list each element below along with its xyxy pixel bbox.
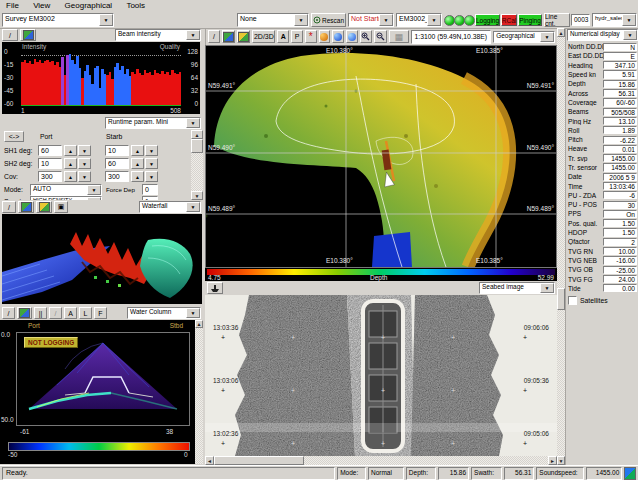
zoom-out-button[interactable]: [374, 30, 387, 43]
chevron-down-icon[interactable]: ▼: [379, 14, 393, 26]
waterfall-view-select[interactable]: Waterfall ▼: [139, 201, 201, 213]
chevron-down-icon[interactable]: ▼: [623, 30, 637, 40]
sounder-select[interactable]: EM3002_134 ▼: [396, 13, 442, 27]
snapshot-button[interactable]: [222, 30, 235, 43]
cov-starb-field[interactable]: 300: [105, 171, 129, 182]
spin-down-icon[interactable]: ▼: [78, 145, 91, 156]
chevron-down-icon[interactable]: ▼: [186, 202, 200, 212]
seabed-h-scrollbar[interactable]: ◄ ►: [205, 456, 557, 465]
rcal-indicator[interactable]: RCal: [501, 14, 517, 26]
spin-up-icon[interactable]: ▲: [64, 171, 77, 182]
beam-intensity-view-select[interactable]: Beam intensity ▼: [115, 29, 201, 41]
edit-button[interactable]: /: [2, 29, 18, 41]
logging-indicator[interactable]: Logging: [475, 14, 500, 26]
sh1-starb-field[interactable]: 10: [105, 145, 129, 156]
center-vessel-button[interactable]: *: [305, 30, 317, 43]
menu-view[interactable]: View: [27, 0, 56, 11]
seabed-image-view[interactable]: 13:03:36 13:03:06 13:02:36 09:06:06 09:0…: [205, 295, 557, 456]
main-v-scrollbar[interactable]: ▲ ▼: [557, 28, 565, 465]
scrollbar-thumb[interactable]: [557, 288, 565, 310]
line-number-field[interactable]: 0003: [571, 14, 590, 26]
edit-button[interactable]: /: [208, 30, 220, 43]
palette-button[interactable]: [237, 30, 250, 43]
spin-up-icon[interactable]: ▲: [131, 145, 144, 156]
line-count-button[interactable]: Line cnt.: [544, 13, 570, 27]
force-depth-field[interactable]: 0: [142, 184, 158, 195]
scroll-up-icon[interactable]: ▲: [195, 320, 203, 328]
water-column-scrollbar[interactable]: ▲: [195, 320, 203, 464]
spin-up-icon[interactable]: ▲: [131, 171, 144, 182]
chevron-down-icon[interactable]: ▼: [186, 118, 200, 128]
rescan-button[interactable]: Rescan: [311, 13, 346, 27]
spin-down-icon[interactable]: ▼: [78, 158, 91, 169]
water-column-view[interactable]: Port Stbd 0.0 50.0 NOT LOGGING: [0, 320, 195, 464]
scroll-down-icon[interactable]: ▼: [191, 191, 203, 200]
spin-up-icon[interactable]: ▲: [64, 158, 77, 169]
scrollbar-thumb[interactable]: [214, 456, 304, 465]
runtime-view-select[interactable]: Runtime param. Mini ▼: [105, 117, 201, 129]
cov-port-field[interactable]: 300: [38, 171, 62, 182]
chevron-down-icon[interactable]: ▼: [87, 185, 101, 195]
pause-button[interactable]: ||: [34, 307, 47, 319]
satellites-checkbox[interactable]: [568, 296, 577, 305]
sh2-starb-field[interactable]: 60: [105, 158, 129, 169]
chevron-down-icon[interactable]: ▼: [294, 14, 308, 26]
snapshot-button[interactable]: [17, 307, 32, 319]
chevron-down-icon[interactable]: ▼: [427, 14, 441, 26]
spin-down-icon[interactable]: ▼: [145, 158, 158, 169]
chevron-down-icon[interactable]: ▼: [622, 14, 636, 26]
water-column-view-select[interactable]: Water Column ▼: [127, 307, 201, 319]
survey-select[interactable]: Survey EM3002 ▼: [2, 13, 114, 27]
chevron-down-icon[interactable]: ▼: [540, 283, 554, 293]
scrollbar-thumb[interactable]: [191, 139, 203, 153]
spin-up-icon[interactable]: ▲: [64, 145, 77, 156]
chevron-down-icon[interactable]: ▼: [99, 14, 113, 26]
status-led-3[interactable]: [464, 15, 475, 26]
annotation-button[interactable]: A: [277, 30, 289, 43]
world-button[interactable]: [319, 30, 331, 43]
scroll-up-icon[interactable]: ▲: [191, 130, 203, 139]
replay-button[interactable]: [207, 282, 223, 294]
2d3d-toggle-button[interactable]: 2D/3D: [252, 30, 275, 43]
scroll-left-icon[interactable]: ◄: [205, 456, 214, 465]
globe-button[interactable]: [332, 30, 344, 43]
expand-button[interactable]: ▣: [54, 201, 68, 213]
survey-name-select[interactable]: hydr_sales_3002 ▼: [592, 13, 637, 27]
chevron-down-icon[interactable]: ▼: [186, 308, 200, 318]
spin-up-icon[interactable]: ▲: [131, 158, 144, 169]
scroll-right-icon[interactable]: ►: [548, 456, 557, 465]
edit-button[interactable]: /: [2, 307, 15, 319]
edit-button[interactable]: /: [2, 201, 16, 213]
help-globe-button[interactable]: [346, 30, 358, 43]
map-view[interactable]: E10.380° E10.385° E10.380° E10.385° N59.…: [205, 45, 557, 268]
zoom-in-button[interactable]: [360, 30, 373, 43]
chevron-down-icon[interactable]: ▼: [540, 32, 554, 42]
snapshot-button[interactable]: [18, 201, 34, 213]
projection-button[interactable]: P: [291, 30, 303, 43]
mode-select[interactable]: AUTO ▼: [30, 184, 102, 196]
line-status-select[interactable]: Not Started ▼: [348, 13, 394, 27]
runtime-scrollbar[interactable]: ▲ ▼: [191, 130, 203, 200]
pinging-indicator[interactable]: Pinging: [518, 14, 542, 26]
line-tool-button[interactable]: /: [49, 307, 62, 319]
swap-port-starboard-button[interactable]: <->: [4, 131, 24, 142]
palette-button[interactable]: [36, 201, 52, 213]
numerical-view-select[interactable]: Numerical display ▼: [567, 29, 638, 41]
f-mode-button[interactable]: F: [94, 307, 107, 319]
scroll-up-icon[interactable]: ▲: [557, 28, 565, 37]
chevron-down-icon[interactable]: ▼: [186, 30, 200, 40]
menu-geographical[interactable]: Geographical: [59, 0, 119, 11]
spin-down-icon[interactable]: ▼: [78, 171, 91, 182]
sh1-port-field[interactable]: 60: [38, 145, 62, 156]
scroll-down-icon[interactable]: ▼: [557, 456, 565, 465]
sh2-port-field[interactable]: 10: [38, 158, 62, 169]
menu-file[interactable]: File: [0, 0, 25, 11]
seabed-view-select[interactable]: Seabed image ▼: [479, 282, 555, 294]
l-mode-button[interactable]: L: [79, 307, 92, 319]
amplitude-button[interactable]: A: [64, 307, 77, 319]
geo-view-select[interactable]: Geographical ▼: [493, 31, 555, 43]
spin-down-icon[interactable]: ▼: [145, 145, 158, 156]
spin-down-icon[interactable]: ▼: [145, 171, 158, 182]
fit-view-button[interactable]: ▦: [389, 30, 409, 43]
layer-select[interactable]: None ▼: [237, 13, 309, 27]
